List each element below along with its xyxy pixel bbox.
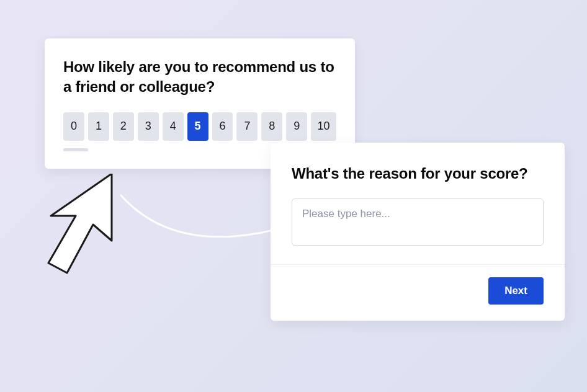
card-footer: Next	[292, 265, 544, 305]
reason-input[interactable]	[292, 198, 544, 246]
svg-marker-0	[48, 174, 112, 273]
progress-indicator	[63, 148, 88, 151]
reason-question-text: What's the reason for your score?	[292, 164, 544, 184]
rating-row: 0 1 2 3 4 5 6 7 8 9 10	[63, 112, 336, 141]
nps-question-text: How likely are you to recommend us to a …	[63, 57, 336, 97]
rating-option-3[interactable]: 3	[138, 112, 159, 141]
rating-option-9[interactable]: 9	[286, 112, 307, 141]
next-button[interactable]: Next	[488, 277, 544, 305]
rating-option-5[interactable]: 5	[187, 112, 208, 141]
rating-option-8[interactable]: 8	[261, 112, 282, 141]
rating-option-1[interactable]: 1	[88, 112, 109, 141]
rating-option-6[interactable]: 6	[212, 112, 233, 141]
rating-option-0[interactable]: 0	[63, 112, 84, 141]
reason-card: What's the reason for your score? Next	[271, 143, 565, 321]
cursor-arrow-icon	[43, 174, 143, 279]
rating-option-7[interactable]: 7	[236, 112, 258, 141]
rating-option-2[interactable]: 2	[113, 112, 134, 141]
connector-line-icon	[118, 192, 279, 267]
rating-option-4[interactable]: 4	[163, 112, 184, 141]
rating-option-10[interactable]: 10	[311, 112, 336, 141]
